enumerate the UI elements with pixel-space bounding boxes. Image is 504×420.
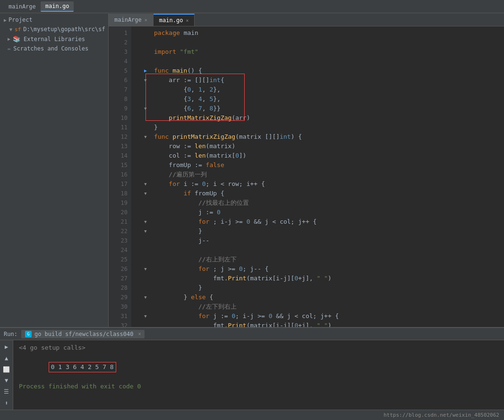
- ln-10: 10: [109, 113, 128, 123]
- line-7-text: {0, 1, 2},: [154, 85, 504, 94]
- bottom-panel: Run: G go build sf/newclass/class040 × ▶…: [0, 327, 504, 410]
- line-19-text: //找最右上的位置: [154, 198, 504, 208]
- sidebar-project[interactable]: ▶ Project: [0, 15, 108, 25]
- line-10-text: printMatrixZigZag(arr): [154, 113, 504, 123]
- code-line-8: {3, 4, 5},: [137, 94, 504, 104]
- fold-icon-18[interactable]: ▼: [144, 189, 146, 198]
- ln-1: 1: [109, 28, 128, 38]
- code-line-19: //找最右上的位置: [137, 198, 504, 208]
- code-line-14: col := len(matrix[0]): [137, 151, 504, 160]
- line-9-text: {6, 7, 8}}: [154, 104, 504, 113]
- code-line-13: row := len(matrix): [137, 142, 504, 151]
- code-line-4: [137, 57, 504, 66]
- status-url: https://blog.csdn.net/weixin_48502062: [384, 412, 499, 418]
- console-sidebar: ▶ ▲ ⬜ ▼ ☰ ⬆: [0, 340, 13, 410]
- editor-tab-maingo[interactable]: main.go ×: [154, 14, 195, 26]
- sidebar-item-external[interactable]: ▶ 📚 External Libraries: [0, 34, 108, 44]
- output-highlight: 0 1 3 6 4 2 5 7 8: [49, 362, 116, 372]
- fold-icon-31[interactable]: ▼: [144, 311, 146, 321]
- play-button[interactable]: ▶: [2, 343, 11, 351]
- ln-20: 20: [109, 208, 128, 217]
- project-label: Project: [9, 17, 33, 23]
- fold-icon-12[interactable]: ▼: [144, 132, 146, 142]
- code-line-17: ▼ for i := 0; i < row; i++ {: [137, 179, 504, 189]
- output-numbers-line: 0 1 3 6 4 2 5 7 8: [19, 353, 498, 382]
- scroll-up-button[interactable]: ⬜: [2, 366, 11, 373]
- code-line-16: //遍历第一列: [137, 170, 504, 179]
- run-tab-close-icon[interactable]: ×: [138, 331, 141, 336]
- sidebar-item-scratches[interactable]: ✏ Scratches and Consoles: [0, 44, 108, 53]
- gutter-12: ▼: [137, 132, 154, 142]
- tab-label-mainarge: mainArge: [114, 17, 142, 23]
- settings-button[interactable]: ☰: [2, 388, 11, 395]
- ln-24: 24: [109, 245, 128, 255]
- code-line-30: //左下到右上: [137, 302, 504, 311]
- main-layout: ▶ Project ▼ sf D:\mysetup\gopath\src\sf …: [0, 13, 504, 327]
- line-32-text: fmt.Print(matrix[i-j][0+j], " "): [154, 321, 504, 327]
- code-line-11: }: [137, 123, 504, 132]
- line-11-text: }: [154, 123, 504, 132]
- sidebar-item-sf[interactable]: ▼ sf D:\mysetup\gopath\src\sf: [0, 25, 108, 34]
- gutter-29: ▼: [137, 293, 154, 302]
- ln-22: 22: [109, 227, 128, 236]
- gutter-17: ▼: [137, 179, 154, 189]
- ln-7: 7: [109, 85, 128, 94]
- ln-9: 9: [109, 104, 128, 113]
- code-editor: 1 2 3 4 5 6 7 8 9 10 11 12 13 14 15 16 1…: [109, 26, 504, 327]
- fold-icon-17[interactable]: ▼: [144, 179, 146, 189]
- close-icon2[interactable]: ×: [186, 18, 188, 23]
- code-content[interactable]: package main import "fmt": [131, 26, 504, 327]
- line-26-text: for ; j >= 0; j-- {: [154, 264, 504, 274]
- stop-button[interactable]: ▲: [2, 354, 11, 362]
- fold-icon-21[interactable]: ▼: [144, 217, 146, 227]
- ln-27: 27: [109, 274, 128, 283]
- external-label: External Libraries: [24, 36, 85, 42]
- ln-18: 18: [109, 189, 128, 198]
- code-line-10: printMatrixZigZag(arr): [137, 113, 504, 123]
- tab-maingo[interactable]: main.go: [41, 1, 74, 12]
- code-line-6: ▼ arr := [][]int{: [137, 76, 504, 85]
- gutter-6: ▼: [137, 76, 154, 85]
- ln-32: 32: [109, 321, 128, 327]
- ln-28: 28: [109, 283, 128, 293]
- code-line-23: j--: [137, 236, 504, 245]
- pin-button[interactable]: ⬆: [2, 399, 11, 407]
- code-line-18: ▼ if fromUp {: [137, 189, 504, 198]
- line-23-text: j--: [154, 236, 504, 245]
- ln-14: 14: [109, 151, 128, 160]
- line-18-text: if fromUp {: [154, 189, 504, 198]
- editor-tab-mainarge[interactable]: mainArge ×: [109, 14, 154, 26]
- line-17-text: for i := 0; i < row; i++ {: [154, 179, 504, 189]
- ln-3: 3: [109, 47, 128, 57]
- ln-8: 8: [109, 94, 128, 104]
- ln-19: 19: [109, 198, 128, 208]
- gutter-31: ▼: [137, 311, 154, 321]
- ln-21: 21: [109, 217, 128, 227]
- ln-30: 30: [109, 302, 128, 311]
- play-icon-5[interactable]: ▶: [144, 66, 147, 76]
- editor-area: mainArge × main.go × 1 2 3 4 5 6 7 8 9 1…: [109, 13, 504, 327]
- line-30-text: //左下到右上: [154, 302, 504, 311]
- line-15-text: fromUp := false: [154, 160, 504, 170]
- close-icon[interactable]: ×: [145, 17, 147, 23]
- fold-icon-6[interactable]: ▼: [144, 76, 146, 85]
- line-numbers: 1 2 3 4 5 6 7 8 9 10 11 12 13 14 15 16 1…: [109, 26, 131, 327]
- fold-icon-22[interactable]: ▼: [144, 227, 146, 236]
- fold-icon-9[interactable]: ▼: [144, 104, 146, 113]
- gutter-18: ▼: [137, 189, 154, 198]
- fold-icon-29[interactable]: ▼: [144, 293, 146, 302]
- ln-23: 23: [109, 236, 128, 245]
- ln-25: 25: [109, 255, 128, 264]
- ln-15: 15: [109, 160, 128, 170]
- code-line-7: {0, 1, 2},: [137, 85, 504, 94]
- line-28-text: }: [154, 283, 504, 293]
- ln-12: 12: [109, 132, 128, 142]
- line-3-text: import "fmt": [154, 47, 504, 57]
- ln-6: 6: [109, 76, 128, 85]
- tab-mainarge[interactable]: mainArge: [4, 2, 41, 11]
- run-tab[interactable]: G go build sf/newclass/class040 ×: [21, 330, 145, 338]
- fold-icon-26[interactable]: ▼: [144, 264, 146, 274]
- go-icon: G: [25, 331, 32, 337]
- code-line-27: fmt.Print(matrix[i-j][0+j], " "): [137, 274, 504, 283]
- scroll-down-button[interactable]: ▼: [2, 377, 11, 384]
